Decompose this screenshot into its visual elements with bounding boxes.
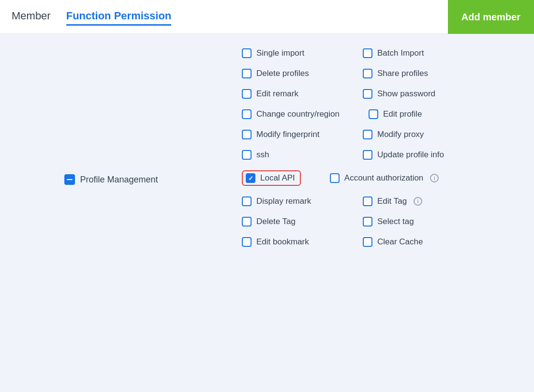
label-edit-bookmark: Edit bookmark — [256, 237, 309, 247]
checkbox-edit-remark[interactable] — [242, 89, 252, 99]
permission-row: Delete profilesShare profiles — [242, 69, 515, 78]
label-batch-import: Batch Import — [377, 48, 424, 58]
label-single-import: Single import — [256, 48, 304, 58]
info-icon-edit-tag[interactable]: i — [414, 197, 422, 206]
permission-item-share-profiles: Share profiles — [363, 69, 455, 78]
permission-item-clear-cache: Clear Cache — [363, 237, 455, 247]
checkbox-ssh[interactable] — [242, 150, 252, 160]
checkbox-select-tag[interactable] — [363, 217, 372, 226]
permission-item-ssh: ssh — [242, 150, 334, 160]
checkbox-modify-proxy[interactable] — [363, 130, 372, 139]
checkbox-account-authorization[interactable] — [330, 173, 340, 183]
permission-item-modify-proxy: Modify proxy — [363, 130, 455, 139]
sidebar-item-profile-management[interactable]: Profile Management — [64, 174, 158, 185]
label-clear-cache: Clear Cache — [377, 237, 423, 247]
checkbox-local-api[interactable] — [246, 173, 255, 183]
checkbox-display-remark[interactable] — [242, 196, 252, 206]
permission-item-update-profile-info: Update profile info — [363, 150, 455, 160]
checkbox-update-profile-info[interactable] — [363, 150, 372, 160]
permission-row: Edit bookmarkClear Cache — [242, 237, 515, 247]
permission-item-edit-remark: Edit remark — [242, 89, 334, 99]
checkbox-edit-bookmark[interactable] — [242, 237, 252, 247]
permission-item-single-import: Single import — [242, 48, 334, 58]
label-delete-profiles: Delete profiles — [256, 69, 309, 78]
permission-item-show-password: Show password — [363, 89, 455, 99]
main-content: Profile Management Single importBatch Im… — [0, 34, 534, 392]
checkbox-share-profiles[interactable] — [363, 69, 372, 78]
permission-row: Single importBatch Import — [242, 48, 515, 58]
tab-function-permission[interactable]: Function Permission — [66, 10, 172, 26]
permission-row: Local APIAccount authorizationi — [242, 170, 515, 186]
info-icon-account-authorization[interactable]: i — [430, 174, 439, 182]
label-delete-tag: Delete Tag — [256, 217, 296, 226]
sidebar-item-label: Profile Management — [80, 175, 158, 185]
permission-item-change-country-region: Change country/region — [242, 109, 340, 119]
label-local-api: Local API — [260, 173, 295, 183]
collapse-icon — [64, 174, 75, 185]
permission-item-account-authorization: Account authorizationi — [330, 173, 439, 183]
label-edit-profile: Edit profile — [383, 109, 422, 119]
checkbox-edit-profile[interactable] — [369, 109, 378, 119]
checkbox-batch-import[interactable] — [363, 48, 372, 58]
checkbox-edit-tag[interactable] — [363, 196, 372, 206]
checkbox-delete-tag[interactable] — [242, 217, 252, 226]
permission-item-delete-profiles: Delete profiles — [242, 69, 334, 78]
sidebar: Profile Management — [0, 34, 222, 392]
label-edit-tag: Edit Tag — [377, 196, 407, 206]
permission-item-edit-profile: Edit profile — [369, 109, 460, 119]
label-ssh: ssh — [256, 150, 269, 160]
permission-item-modify-fingerprint: Modify fingerprint — [242, 130, 334, 139]
label-select-tag: Select tag — [377, 217, 414, 226]
permission-item-display-remark: Display remark — [242, 196, 334, 206]
permission-row: Display remarkEdit Tagi — [242, 196, 515, 206]
label-update-profile-info: Update profile info — [377, 150, 444, 160]
checkbox-single-import[interactable] — [242, 48, 252, 58]
label-show-password: Show password — [377, 89, 435, 99]
checkbox-change-country-region[interactable] — [242, 109, 252, 119]
permission-item-edit-tag: Edit Tagi — [363, 196, 455, 206]
permission-row: Modify fingerprintModify proxy — [242, 130, 515, 139]
permission-item-delete-tag: Delete Tag — [242, 217, 334, 226]
checkbox-delete-profiles[interactable] — [242, 69, 252, 78]
permission-item-select-tag: Select tag — [363, 217, 455, 226]
label-modify-proxy: Modify proxy — [377, 130, 424, 139]
permission-row: Change country/regionEdit profile — [242, 109, 515, 119]
label-display-remark: Display remark — [256, 196, 311, 206]
checkbox-clear-cache[interactable] — [363, 237, 372, 247]
label-modify-fingerprint: Modify fingerprint — [256, 130, 319, 139]
permission-row: sshUpdate profile info — [242, 150, 515, 160]
local-api-highlighted-wrapper: Local API — [242, 170, 301, 186]
permission-row: Edit remarkShow password — [242, 89, 515, 99]
tab-member[interactable]: Member — [12, 10, 51, 24]
label-edit-remark: Edit remark — [256, 89, 298, 99]
label-account-authorization: Account authorization — [344, 173, 424, 183]
add-member-button[interactable]: Add member — [448, 0, 534, 34]
permission-item-batch-import: Batch Import — [363, 48, 455, 58]
permissions-area: Single importBatch ImportDelete profiles… — [222, 34, 534, 392]
label-share-profiles: Share profiles — [377, 69, 428, 78]
permission-row: Delete TagSelect tag — [242, 217, 515, 226]
permission-item-edit-bookmark: Edit bookmark — [242, 237, 334, 247]
checkbox-modify-fingerprint[interactable] — [242, 130, 252, 139]
label-change-country-region: Change country/region — [256, 109, 340, 119]
checkbox-show-password[interactable] — [363, 89, 372, 99]
header: Member Function Permission Add member — [0, 0, 534, 34]
